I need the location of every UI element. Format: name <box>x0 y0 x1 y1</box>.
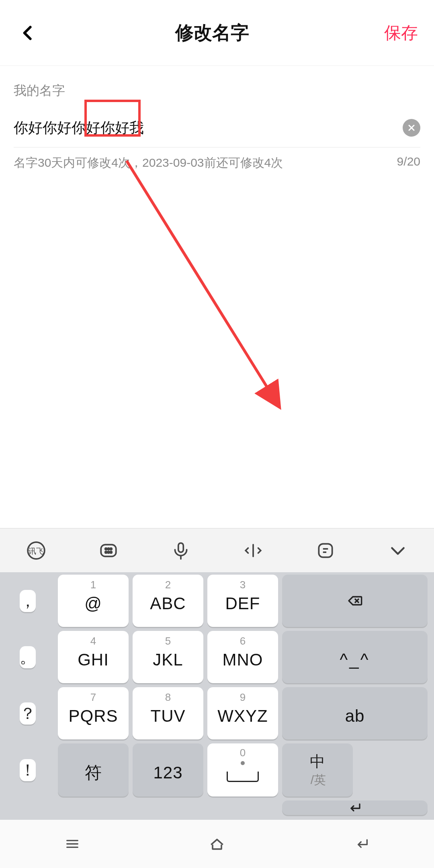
form-body: 我的名字 名字30天内可修改4次，2023-09-03前还可修改4次 9/20 <box>0 66 434 171</box>
cursor-move-icon[interactable] <box>242 539 264 562</box>
key-period[interactable]: 。 <box>20 646 36 668</box>
key-comma[interactable]: ， <box>20 590 36 612</box>
key-8-tuv[interactable]: 8TUV <box>133 687 203 739</box>
char-counter: 9/20 <box>397 155 420 171</box>
name-input-row <box>14 112 420 144</box>
header: 修改名字 保存 <box>0 0 434 66</box>
ab-key[interactable]: ab <box>282 687 428 739</box>
nav-recent-apps[interactable] <box>58 834 86 854</box>
name-input[interactable] <box>14 119 403 136</box>
number-key[interactable]: 123 <box>133 743 203 796</box>
key-6-mno[interactable]: 6MNO <box>207 631 278 683</box>
key-3-def[interactable]: 3DEF <box>207 575 278 627</box>
hint-row: 名字30天内可修改4次，2023-09-03前还可修改4次 9/20 <box>14 155 420 171</box>
clear-input-button[interactable] <box>403 119 420 137</box>
svg-rect-12 <box>178 543 184 552</box>
save-button[interactable]: 保存 <box>384 22 418 44</box>
space-key[interactable]: 0 <box>207 743 278 796</box>
system-navbar <box>0 820 434 868</box>
emoji-key[interactable]: ^_^ <box>282 631 428 683</box>
enter-key[interactable] <box>282 800 428 815</box>
backspace-icon <box>344 593 366 609</box>
svg-text:讯飞: 讯飞 <box>29 547 44 555</box>
clipboard-icon[interactable] <box>314 539 337 562</box>
voice-input-icon[interactable] <box>170 539 192 562</box>
enter-icon <box>344 800 366 815</box>
keyboard-settings-icon[interactable] <box>97 539 120 562</box>
back-button[interactable] <box>16 21 40 45</box>
nav-home[interactable] <box>203 834 231 854</box>
svg-point-11 <box>110 551 112 553</box>
svg-point-9 <box>105 551 107 553</box>
input-divider <box>14 147 420 147</box>
key-question[interactable]: ？ <box>20 702 36 725</box>
section-label: 我的名字 <box>14 82 420 100</box>
svg-rect-15 <box>319 544 332 557</box>
svg-point-10 <box>108 551 109 553</box>
hint-text: 名字30天内可修改4次，2023-09-03前还可修改4次 <box>14 155 283 171</box>
page-title: 修改名字 <box>175 20 249 45</box>
symbol-key[interactable]: 符 <box>58 743 129 796</box>
keypad-grid: ， 。 1@ 2ABC 3DEF 4GHI 5JKL 6MNO ^_^ ？ ！ … <box>0 572 434 820</box>
space-bar-icon <box>227 772 259 782</box>
key-5-jkl[interactable]: 5JKL <box>133 631 203 683</box>
key-exclaim[interactable]: ！ <box>20 759 36 781</box>
mic-dot-icon <box>241 761 245 765</box>
collapse-keyboard-icon[interactable] <box>387 539 409 562</box>
keyboard: 讯飞 ， 。 1@ 2ABC 3DEF 4GHI 5JKL 6MNO ^_^ ？… <box>0 528 434 868</box>
keyboard-toolbar: 讯飞 <box>0 528 434 572</box>
key-7-pqrs[interactable]: 7PQRS <box>58 687 129 739</box>
svg-point-7 <box>108 548 109 549</box>
close-icon <box>407 123 416 133</box>
chevron-left-icon <box>19 24 37 42</box>
nav-back[interactable] <box>348 834 376 854</box>
key-4-ghi[interactable]: 4GHI <box>58 631 129 683</box>
backspace-key[interactable] <box>282 575 428 627</box>
svg-rect-5 <box>101 545 116 556</box>
language-toggle-key[interactable]: 中/英 <box>282 743 353 796</box>
svg-point-8 <box>110 548 112 549</box>
key-9-wxyz[interactable]: 9WXYZ <box>207 687 278 739</box>
ime-logo-icon[interactable]: 讯飞 <box>25 539 47 562</box>
svg-point-6 <box>105 548 107 549</box>
key-2-abc[interactable]: 2ABC <box>133 575 203 627</box>
key-1-at[interactable]: 1@ <box>58 575 129 627</box>
svg-line-2 <box>127 161 280 407</box>
